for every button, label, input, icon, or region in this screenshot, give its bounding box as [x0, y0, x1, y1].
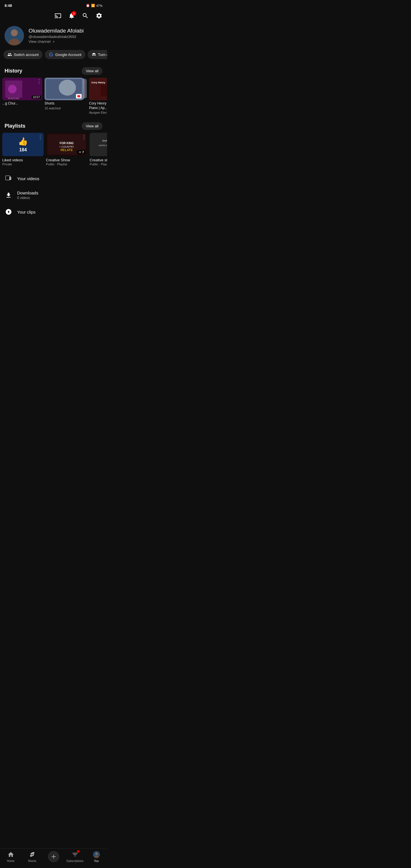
action-buttons-row: Switch account Google Account Turn on In… — [0, 50, 107, 64]
profile-handle: @oluwademiladeafolabi3692 — [29, 35, 102, 39]
history-scroll: MUSICIAN 10:57 ...g Chur... ⋮ — [0, 78, 107, 119]
playlist-title: Liked videos — [2, 158, 44, 162]
playlists-section-header: Playlists View all — [0, 119, 107, 133]
history-title: History — [5, 68, 22, 74]
playlist-title: Creative Show — [46, 158, 87, 162]
switch-account-label: Switch account — [14, 53, 38, 57]
status-time: 8:48 — [5, 3, 12, 8]
status-icons: ⏰ 📶 47% — [86, 4, 102, 7]
google-account-label: Google Account — [55, 53, 81, 57]
svg-text:Cory Henry: Cory Henry — [91, 81, 105, 84]
svg-text:FOR KING: FOR KING — [60, 142, 74, 145]
history-item-subtitle: Apogee Electronics — [89, 111, 107, 114]
svg-point-5 — [8, 85, 17, 93]
playlist-item-menu[interactable]: ⋮ — [81, 133, 87, 141]
playlist-subtitle: Public · Playlist — [90, 162, 107, 166]
your-clips-item[interactable]: Your clips — [0, 204, 107, 220]
clips-icon — [5, 208, 12, 216]
svg-rect-16 — [100, 85, 107, 96]
profile-section: Oluwademilade Afolabi @oluwademiladeafol… — [0, 23, 107, 50]
svg-point-1 — [11, 29, 18, 36]
svg-text:MUSICIAN: MUSICIAN — [8, 97, 19, 100]
svg-text:DANNY GO...: DANNY GO... — [102, 140, 107, 142]
history-item-title: Cory Henry - Live At The Piano | Ap... — [89, 101, 107, 110]
playlist-subtitle: Public · Playlist — [46, 162, 87, 166]
signal-icon: 📶 — [91, 4, 95, 7]
playlist-item-menu[interactable]: ⋮ — [37, 133, 44, 141]
downloads-text: Downloads 0 videos — [17, 190, 102, 200]
google-account-button[interactable]: Google Account — [45, 50, 85, 59]
toolbar: 1 — [0, 10, 107, 23]
your-clips-text: Your clips — [17, 210, 102, 214]
playlists-scroll: 👍 184 Liked videos Private ⋮ FOR KING + … — [0, 133, 107, 170]
profile-name: Oluwademilade Afolabi — [29, 28, 102, 34]
playlist-subtitle: Private — [2, 162, 44, 166]
your-videos-item[interactable]: Your videos — [0, 170, 107, 186]
battery-text: 47% — [96, 4, 102, 7]
cast-button[interactable] — [53, 11, 63, 20]
video-icon — [5, 175, 12, 182]
downloads-item[interactable]: Downloads 0 videos — [0, 186, 107, 204]
shorts-subtitle: 15 watched — [44, 106, 87, 110]
view-channel-link[interactable]: View channel — [29, 39, 102, 44]
svg-point-12 — [59, 80, 76, 96]
avatar[interactable] — [5, 26, 24, 45]
search-button[interactable] — [81, 11, 90, 20]
playlist-item-creative[interactable]: FOR KING + COUNTRY RELATE 7 Creative Sho… — [46, 133, 87, 166]
svg-text:+ COUNTRY: + COUNTRY — [59, 145, 74, 148]
playlists-view-all-button[interactable]: View all — [82, 122, 102, 130]
history-item[interactable]: MUSICIAN 10:57 ...g Chur... ⋮ — [2, 78, 42, 114]
status-bar: 8:48 ⏰ 📶 47% — [0, 0, 107, 10]
history-item-menu[interactable]: ⋮ — [36, 78, 42, 85]
settings-button[interactable] — [94, 11, 104, 20]
notifications-button[interactable]: 1 — [67, 11, 76, 20]
history-item-cory[interactable]: Cory Henry 53:57 Cory Henry - Live At Th… — [89, 78, 107, 114]
playlists-title: Playlists — [5, 123, 25, 129]
history-item-title: ...g Chur... — [2, 101, 42, 106]
shorts-title: Shorts — [44, 101, 87, 106]
switch-account-button[interactable]: Switch account — [3, 50, 42, 59]
playlist-item-liked[interactable]: 👍 184 Liked videos Private ⋮ — [2, 133, 44, 166]
notification-count: 1 — [72, 11, 76, 16]
shorts-item-menu[interactable]: ⋮ — [81, 78, 87, 85]
incognito-button[interactable]: Turn on Incognito — [88, 50, 107, 59]
history-section-header: History View all — [0, 64, 107, 78]
incognito-label: Turn on Incognito — [98, 53, 107, 57]
video-duration: 10:57 — [32, 95, 41, 99]
your-videos-text: Your videos — [17, 176, 102, 181]
download-icon — [5, 191, 12, 199]
svg-text:RELATE: RELATE — [61, 149, 73, 152]
history-view-all-button[interactable]: View all — [82, 67, 102, 75]
profile-info: Oluwademilade Afolabi @oluwademiladeafol… — [29, 28, 102, 44]
playlist-title: Creative sho... — [90, 158, 107, 162]
playlist-item-creative-2[interactable]: DANNY GO... HOPE IN FRONT OF... Creative… — [90, 133, 107, 166]
alarm-icon: ⏰ — [86, 4, 90, 7]
svg-text:HOPE IN FRONT OF...: HOPE IN FRONT OF... — [99, 144, 107, 147]
history-item-shorts[interactable]: Shorts 15 watched ⋮ — [44, 78, 87, 114]
